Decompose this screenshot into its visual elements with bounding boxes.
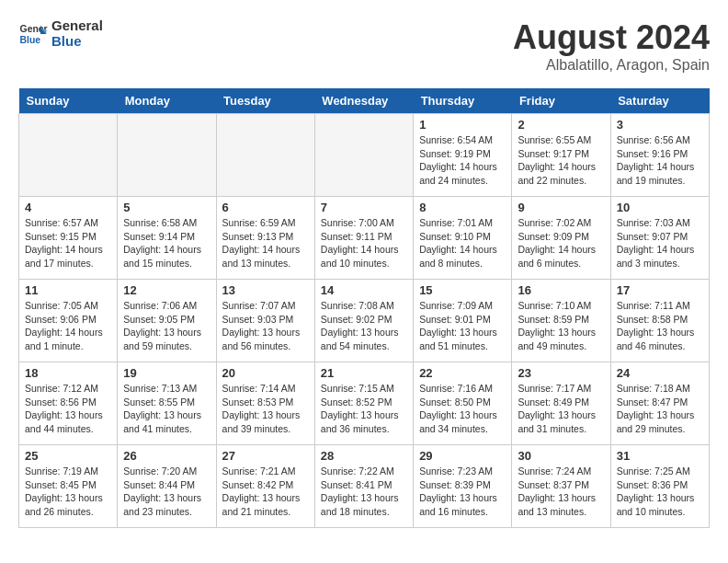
calendar-cell: 25 Sunrise: 7:19 AMSunset: 8:45 PMDaylig…: [19, 445, 118, 528]
day-number: 17: [617, 283, 703, 297]
day-number: 13: [222, 283, 309, 297]
header-thursday: Thursday: [414, 88, 512, 114]
calendar-cell: 7 Sunrise: 7:00 AMSunset: 9:11 PMDayligh…: [314, 197, 413, 280]
day-info: Sunrise: 7:01 AMSunset: 9:10 PMDaylight:…: [419, 216, 506, 270]
calendar-cell: 14 Sunrise: 7:08 AMSunset: 9:02 PMDaylig…: [314, 280, 413, 362]
day-number: 10: [617, 201, 703, 214]
day-number: 23: [518, 366, 604, 380]
day-info: Sunrise: 7:05 AMSunset: 9:06 PMDaylight:…: [25, 299, 111, 353]
day-number: 9: [518, 201, 604, 214]
month-year-title: August 2024: [513, 18, 710, 57]
day-number: 21: [321, 366, 407, 380]
day-number: 30: [518, 449, 604, 463]
calendar-cell: 29 Sunrise: 7:23 AMSunset: 8:39 PMDaylig…: [414, 445, 512, 528]
day-number: 1: [419, 118, 506, 132]
calendar-header-row: SundayMondayTuesdayWednesdayThursdayFrid…: [19, 88, 710, 114]
logo: General Blue General Blue: [18, 18, 103, 49]
logo-blue: Blue: [51, 34, 103, 50]
calendar-cell: 22 Sunrise: 7:16 AMSunset: 8:50 PMDaylig…: [414, 362, 512, 445]
day-number: 3: [617, 118, 703, 132]
calendar-cell: 19 Sunrise: 7:13 AMSunset: 8:55 PMDaylig…: [118, 362, 216, 445]
day-number: 31: [617, 449, 703, 463]
day-info: Sunrise: 7:23 AMSunset: 8:39 PMDaylight:…: [419, 465, 506, 519]
day-number: 25: [25, 449, 111, 463]
day-info: Sunrise: 7:20 AMSunset: 8:44 PMDaylight:…: [123, 465, 210, 519]
day-number: 27: [222, 449, 309, 463]
calendar-cell: 13 Sunrise: 7:07 AMSunset: 9:03 PMDaylig…: [216, 280, 314, 362]
day-info: Sunrise: 6:56 AMSunset: 9:16 PMDaylight:…: [617, 133, 703, 188]
day-info: Sunrise: 7:16 AMSunset: 8:50 PMDaylight:…: [419, 382, 506, 436]
week-row-5: 25 Sunrise: 7:19 AMSunset: 8:45 PMDaylig…: [19, 445, 710, 528]
calendar-cell: [118, 114, 216, 197]
calendar-cell: [19, 114, 118, 197]
day-number: 4: [25, 201, 111, 214]
calendar-cell: 31 Sunrise: 7:25 AMSunset: 8:36 PMDaylig…: [610, 445, 709, 528]
week-row-1: 1 Sunrise: 6:54 AMSunset: 9:19 PMDayligh…: [19, 114, 710, 197]
week-row-4: 18 Sunrise: 7:12 AMSunset: 8:56 PMDaylig…: [19, 362, 710, 445]
day-info: Sunrise: 7:21 AMSunset: 8:42 PMDaylight:…: [222, 465, 309, 519]
day-number: 28: [321, 449, 407, 463]
calendar-cell: 28 Sunrise: 7:22 AMSunset: 8:41 PMDaylig…: [314, 445, 413, 528]
day-info: Sunrise: 7:06 AMSunset: 9:05 PMDaylight:…: [123, 299, 210, 353]
day-number: 20: [222, 366, 309, 380]
day-info: Sunrise: 6:55 AMSunset: 9:17 PMDaylight:…: [518, 133, 604, 188]
day-info: Sunrise: 7:17 AMSunset: 8:49 PMDaylight:…: [518, 382, 604, 436]
day-info: Sunrise: 7:07 AMSunset: 9:03 PMDaylight:…: [222, 299, 309, 353]
calendar-cell: 8 Sunrise: 7:01 AMSunset: 9:10 PMDayligh…: [414, 197, 512, 280]
calendar-cell: 5 Sunrise: 6:58 AMSunset: 9:14 PMDayligh…: [118, 197, 216, 280]
day-info: Sunrise: 7:10 AMSunset: 8:59 PMDaylight:…: [518, 299, 604, 353]
day-info: Sunrise: 7:00 AMSunset: 9:11 PMDaylight:…: [321, 216, 407, 270]
location-subtitle: Albalatillo, Aragon, Spain: [513, 57, 710, 74]
day-info: Sunrise: 7:08 AMSunset: 9:02 PMDaylight:…: [321, 299, 407, 353]
calendar-cell: 11 Sunrise: 7:05 AMSunset: 9:06 PMDaylig…: [19, 280, 118, 362]
day-info: Sunrise: 6:59 AMSunset: 9:13 PMDaylight:…: [222, 216, 309, 270]
day-number: 12: [123, 283, 210, 297]
calendar-cell: 30 Sunrise: 7:24 AMSunset: 8:37 PMDaylig…: [512, 445, 610, 528]
week-row-3: 11 Sunrise: 7:05 AMSunset: 9:06 PMDaylig…: [19, 280, 710, 362]
calendar-cell: 1 Sunrise: 6:54 AMSunset: 9:19 PMDayligh…: [414, 114, 512, 197]
calendar-cell: 18 Sunrise: 7:12 AMSunset: 8:56 PMDaylig…: [19, 362, 118, 445]
calendar-cell: 15 Sunrise: 7:09 AMSunset: 9:01 PMDaylig…: [414, 280, 512, 362]
calendar-cell: 9 Sunrise: 7:02 AMSunset: 9:09 PMDayligh…: [512, 197, 610, 280]
calendar-cell: 12 Sunrise: 7:06 AMSunset: 9:05 PMDaylig…: [118, 280, 216, 362]
calendar-cell: 27 Sunrise: 7:21 AMSunset: 8:42 PMDaylig…: [216, 445, 314, 528]
day-number: 8: [419, 201, 506, 214]
day-info: Sunrise: 7:11 AMSunset: 8:58 PMDaylight:…: [617, 299, 703, 353]
calendar-cell: 26 Sunrise: 7:20 AMSunset: 8:44 PMDaylig…: [118, 445, 216, 528]
day-number: 2: [518, 118, 604, 132]
day-info: Sunrise: 7:18 AMSunset: 8:47 PMDaylight:…: [617, 382, 703, 436]
day-info: Sunrise: 7:15 AMSunset: 8:52 PMDaylight:…: [321, 382, 407, 436]
day-info: Sunrise: 7:03 AMSunset: 9:07 PMDaylight:…: [617, 216, 703, 270]
day-info: Sunrise: 7:12 AMSunset: 8:56 PMDaylight:…: [25, 382, 111, 436]
calendar-cell: 24 Sunrise: 7:18 AMSunset: 8:47 PMDaylig…: [610, 362, 709, 445]
calendar-cell: 20 Sunrise: 7:14 AMSunset: 8:53 PMDaylig…: [216, 362, 314, 445]
day-number: 26: [123, 449, 210, 463]
day-number: 29: [419, 449, 506, 463]
calendar-cell: 10 Sunrise: 7:03 AMSunset: 9:07 PMDaylig…: [610, 197, 709, 280]
day-number: 14: [321, 283, 407, 297]
calendar-cell: [314, 114, 413, 197]
calendar-cell: 21 Sunrise: 7:15 AMSunset: 8:52 PMDaylig…: [314, 362, 413, 445]
day-info: Sunrise: 7:13 AMSunset: 8:55 PMDaylight:…: [123, 382, 210, 436]
header-sunday: Sunday: [19, 88, 118, 114]
logo-icon: General Blue: [18, 19, 48, 49]
logo-general: General: [51, 18, 103, 34]
calendar-cell: 17 Sunrise: 7:11 AMSunset: 8:58 PMDaylig…: [610, 280, 709, 362]
header-tuesday: Tuesday: [216, 88, 314, 114]
day-number: 5: [123, 201, 210, 214]
title-block: August 2024 Albalatillo, Aragon, Spain: [513, 18, 710, 74]
header-monday: Monday: [118, 88, 216, 114]
day-info: Sunrise: 7:25 AMSunset: 8:36 PMDaylight:…: [617, 465, 703, 519]
day-number: 18: [25, 366, 111, 380]
calendar-cell: 16 Sunrise: 7:10 AMSunset: 8:59 PMDaylig…: [512, 280, 610, 362]
day-info: Sunrise: 7:19 AMSunset: 8:45 PMDaylight:…: [25, 465, 111, 519]
calendar-cell: 23 Sunrise: 7:17 AMSunset: 8:49 PMDaylig…: [512, 362, 610, 445]
page-header: General Blue General Blue August 2024 Al…: [18, 18, 710, 74]
calendar-cell: 2 Sunrise: 6:55 AMSunset: 9:17 PMDayligh…: [512, 114, 610, 197]
header-friday: Friday: [512, 88, 610, 114]
day-info: Sunrise: 7:22 AMSunset: 8:41 PMDaylight:…: [321, 465, 407, 519]
day-number: 15: [419, 283, 506, 297]
header-saturday: Saturday: [610, 88, 709, 114]
day-info: Sunrise: 6:54 AMSunset: 9:19 PMDaylight:…: [419, 133, 506, 188]
day-number: 7: [321, 201, 407, 214]
